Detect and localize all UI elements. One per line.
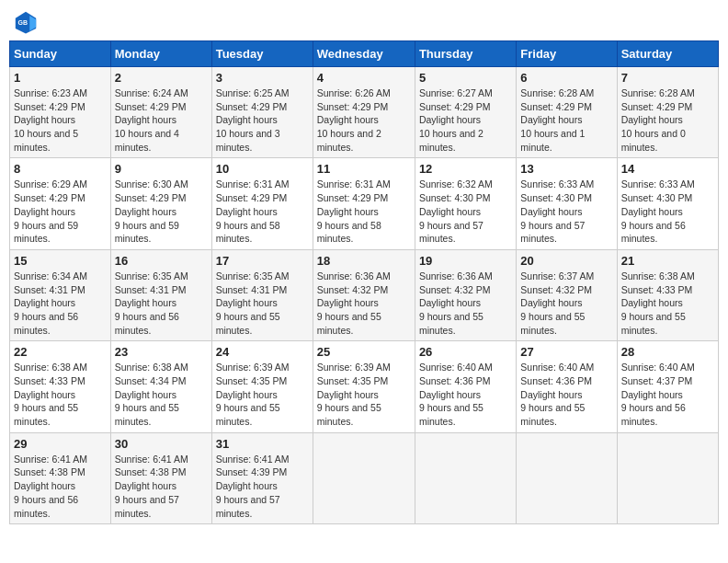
day-cell: 11 Sunrise: 6:31 AM Sunset: 4:29 PM Dayl… [313, 158, 415, 249]
day-number: 16 [115, 254, 208, 268]
day-number: 17 [216, 254, 309, 268]
day-number: 2 [115, 71, 208, 85]
day-info: Sunrise: 6:33 AM Sunset: 4:30 PM Dayligh… [520, 178, 612, 245]
header: GB [9, 9, 719, 35]
day-cell: 5 Sunrise: 6:27 AM Sunset: 4:29 PM Dayli… [415, 67, 516, 158]
day-number: 3 [216, 71, 309, 85]
day-info: Sunrise: 6:36 AM Sunset: 4:32 PM Dayligh… [419, 270, 512, 337]
day-number: 6 [520, 71, 612, 85]
day-cell: 3 Sunrise: 6:25 AM Sunset: 4:29 PM Dayli… [211, 67, 313, 158]
logo-icon: GB [13, 9, 39, 35]
day-number: 27 [520, 345, 612, 359]
day-info: Sunrise: 6:27 AM Sunset: 4:29 PM Dayligh… [419, 86, 512, 154]
day-cell: 22 Sunrise: 6:38 AM Sunset: 4:33 PM Dayl… [10, 341, 111, 432]
day-info: Sunrise: 6:35 AM Sunset: 4:31 PM Dayligh… [216, 270, 309, 337]
day-info: Sunrise: 6:28 AM Sunset: 4:29 PM Dayligh… [520, 86, 612, 154]
day-cell: 9 Sunrise: 6:30 AM Sunset: 4:29 PM Dayli… [110, 158, 211, 249]
day-number: 28 [621, 345, 714, 359]
day-info: Sunrise: 6:29 AM Sunset: 4:29 PM Dayligh… [14, 178, 107, 245]
day-info: Sunrise: 6:24 AM Sunset: 4:29 PM Dayligh… [115, 86, 208, 154]
day-info: Sunrise: 6:31 AM Sunset: 4:29 PM Dayligh… [317, 178, 411, 245]
day-cell: 2 Sunrise: 6:24 AM Sunset: 4:29 PM Dayli… [110, 67, 211, 158]
day-number: 22 [14, 345, 107, 359]
day-info: Sunrise: 6:38 AM Sunset: 4:34 PM Dayligh… [115, 361, 208, 428]
day-cell: 20 Sunrise: 6:37 AM Sunset: 4:32 PM Dayl… [517, 249, 617, 340]
day-cell [415, 432, 516, 523]
day-number: 29 [14, 437, 107, 451]
day-number: 9 [115, 162, 208, 176]
day-cell: 6 Sunrise: 6:28 AM Sunset: 4:29 PM Dayli… [517, 67, 617, 158]
day-number: 14 [621, 162, 714, 176]
column-header-tuesday: Tuesday [211, 41, 313, 67]
day-cell: 1 Sunrise: 6:23 AM Sunset: 4:29 PM Dayli… [10, 67, 111, 158]
column-header-wednesday: Wednesday [313, 41, 415, 67]
day-number: 21 [621, 254, 714, 268]
logo: GB [13, 9, 42, 35]
day-number: 25 [317, 345, 411, 359]
day-number: 30 [115, 437, 208, 451]
day-number: 7 [621, 71, 714, 85]
column-header-thursday: Thursday [415, 41, 516, 67]
column-header-saturday: Saturday [617, 41, 718, 67]
day-cell: 25 Sunrise: 6:39 AM Sunset: 4:35 PM Dayl… [313, 341, 415, 432]
day-info: Sunrise: 6:37 AM Sunset: 4:32 PM Dayligh… [520, 270, 612, 337]
column-header-sunday: Sunday [10, 41, 111, 67]
day-number: 11 [317, 162, 411, 176]
day-cell: 7 Sunrise: 6:28 AM Sunset: 4:29 PM Dayli… [617, 67, 718, 158]
day-cell: 8 Sunrise: 6:29 AM Sunset: 4:29 PM Dayli… [10, 158, 111, 249]
day-number: 13 [520, 162, 612, 176]
day-info: Sunrise: 6:34 AM Sunset: 4:31 PM Dayligh… [14, 270, 107, 337]
day-cell [617, 432, 718, 523]
day-number: 20 [520, 254, 612, 268]
day-cell: 19 Sunrise: 6:36 AM Sunset: 4:32 PM Dayl… [415, 249, 516, 340]
day-number: 8 [14, 162, 107, 176]
day-number: 10 [216, 162, 309, 176]
day-info: Sunrise: 6:41 AM Sunset: 4:39 PM Dayligh… [216, 453, 309, 520]
day-number: 31 [216, 437, 309, 451]
day-info: Sunrise: 6:41 AM Sunset: 4:38 PM Dayligh… [14, 453, 107, 520]
day-cell: 27 Sunrise: 6:40 AM Sunset: 4:36 PM Dayl… [517, 341, 617, 432]
day-cell: 13 Sunrise: 6:33 AM Sunset: 4:30 PM Dayl… [517, 158, 617, 249]
day-info: Sunrise: 6:38 AM Sunset: 4:33 PM Dayligh… [14, 361, 107, 428]
day-info: Sunrise: 6:30 AM Sunset: 4:29 PM Dayligh… [115, 178, 208, 245]
day-info: Sunrise: 6:28 AM Sunset: 4:29 PM Dayligh… [621, 86, 714, 154]
day-info: Sunrise: 6:25 AM Sunset: 4:29 PM Dayligh… [216, 86, 309, 154]
week-row-4: 22 Sunrise: 6:38 AM Sunset: 4:33 PM Dayl… [10, 341, 719, 432]
day-cell: 24 Sunrise: 6:39 AM Sunset: 4:35 PM Dayl… [211, 341, 313, 432]
day-number: 12 [419, 162, 512, 176]
day-cell: 17 Sunrise: 6:35 AM Sunset: 4:31 PM Dayl… [211, 249, 313, 340]
day-cell: 29 Sunrise: 6:41 AM Sunset: 4:38 PM Dayl… [10, 432, 111, 523]
day-cell: 18 Sunrise: 6:36 AM Sunset: 4:32 PM Dayl… [313, 249, 415, 340]
day-cell: 30 Sunrise: 6:41 AM Sunset: 4:38 PM Dayl… [110, 432, 211, 523]
day-number: 26 [419, 345, 512, 359]
day-cell: 10 Sunrise: 6:31 AM Sunset: 4:29 PM Dayl… [211, 158, 313, 249]
week-row-2: 8 Sunrise: 6:29 AM Sunset: 4:29 PM Dayli… [10, 158, 719, 249]
day-info: Sunrise: 6:35 AM Sunset: 4:31 PM Dayligh… [115, 270, 208, 337]
day-number: 18 [317, 254, 411, 268]
day-cell: 31 Sunrise: 6:41 AM Sunset: 4:39 PM Dayl… [211, 432, 313, 523]
day-info: Sunrise: 6:40 AM Sunset: 4:36 PM Dayligh… [419, 361, 512, 428]
day-info: Sunrise: 6:41 AM Sunset: 4:38 PM Dayligh… [115, 453, 208, 520]
day-info: Sunrise: 6:39 AM Sunset: 4:35 PM Dayligh… [317, 361, 411, 428]
day-cell [517, 432, 617, 523]
calendar: SundayMondayTuesdayWednesdayThursdayFrid… [9, 40, 719, 524]
day-info: Sunrise: 6:32 AM Sunset: 4:30 PM Dayligh… [419, 178, 512, 245]
day-cell: 23 Sunrise: 6:38 AM Sunset: 4:34 PM Dayl… [110, 341, 211, 432]
day-cell: 26 Sunrise: 6:40 AM Sunset: 4:36 PM Dayl… [415, 341, 516, 432]
day-info: Sunrise: 6:38 AM Sunset: 4:33 PM Dayligh… [621, 270, 714, 337]
week-row-1: 1 Sunrise: 6:23 AM Sunset: 4:29 PM Dayli… [10, 67, 719, 158]
day-cell: 28 Sunrise: 6:40 AM Sunset: 4:37 PM Dayl… [617, 341, 718, 432]
day-cell: 4 Sunrise: 6:26 AM Sunset: 4:29 PM Dayli… [313, 67, 415, 158]
week-row-3: 15 Sunrise: 6:34 AM Sunset: 4:31 PM Dayl… [10, 249, 719, 340]
day-number: 19 [419, 254, 512, 268]
day-cell: 16 Sunrise: 6:35 AM Sunset: 4:31 PM Dayl… [110, 249, 211, 340]
day-cell: 12 Sunrise: 6:32 AM Sunset: 4:30 PM Dayl… [415, 158, 516, 249]
day-number: 4 [317, 71, 411, 85]
week-row-5: 29 Sunrise: 6:41 AM Sunset: 4:38 PM Dayl… [10, 432, 719, 523]
day-cell: 21 Sunrise: 6:38 AM Sunset: 4:33 PM Dayl… [617, 249, 718, 340]
day-cell: 14 Sunrise: 6:33 AM Sunset: 4:30 PM Dayl… [617, 158, 718, 249]
svg-text:GB: GB [18, 19, 28, 26]
day-info: Sunrise: 6:36 AM Sunset: 4:32 PM Dayligh… [317, 270, 411, 337]
day-info: Sunrise: 6:31 AM Sunset: 4:29 PM Dayligh… [216, 178, 309, 245]
day-cell: 15 Sunrise: 6:34 AM Sunset: 4:31 PM Dayl… [10, 249, 111, 340]
